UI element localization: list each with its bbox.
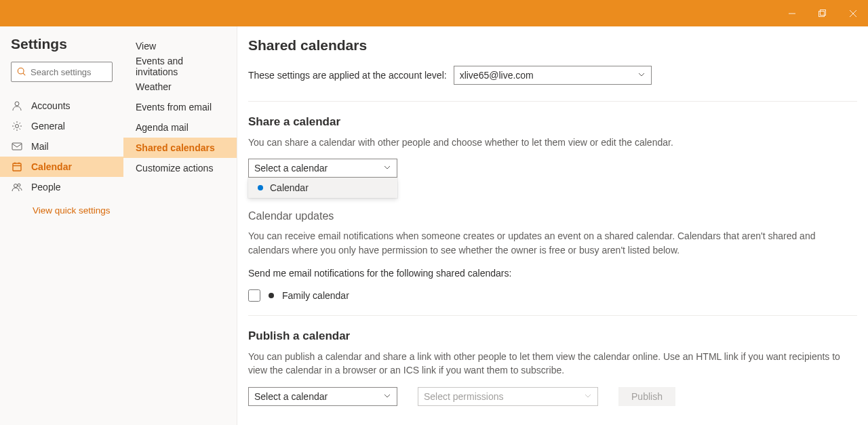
sidebar-item-mail[interactable]: Mail <box>0 136 123 157</box>
main-content: Shared calendars These settings are appl… <box>237 26 868 425</box>
maximize-button[interactable] <box>807 0 837 26</box>
sidebar-item-label: Mail <box>31 141 49 152</box>
sidebar-item-label: Calendar <box>31 161 72 172</box>
publish-button: Publish <box>618 387 675 406</box>
publish-permissions-select: Select permissions <box>418 387 598 406</box>
publish-calendar-desc: You can publish a calendar and share a l… <box>248 350 857 378</box>
search-settings-input-wrap[interactable] <box>11 62 113 82</box>
divider <box>248 315 857 316</box>
sidebar-item-label: People <box>31 182 61 193</box>
publish-calendar-select-value: Select a calendar <box>254 391 328 402</box>
calendar-color-dot <box>269 293 274 298</box>
settings-sidebar: Settings Accounts General Mail Calendar … <box>0 26 123 425</box>
svg-rect-1 <box>819 12 825 17</box>
svg-rect-9 <box>12 143 22 150</box>
svg-point-8 <box>16 125 19 128</box>
subnav-item-weather[interactable]: Weather <box>123 77 237 97</box>
subnav-item-events-from-email[interactable]: Events from email <box>123 97 237 117</box>
svg-rect-10 <box>13 163 21 171</box>
share-calendar-select-value: Select a calendar <box>254 163 328 174</box>
chevron-down-icon <box>383 163 391 174</box>
subnav-item-agenda-mail[interactable]: Agenda mail <box>123 117 237 138</box>
person-icon <box>11 100 23 111</box>
chevron-down-icon <box>584 391 592 402</box>
subnav-item-shared-calendars[interactable]: Shared calendars <box>123 138 237 158</box>
subnav-item-view[interactable]: View <box>123 36 237 56</box>
calendar-updates-desc: You can receive email notifications when… <box>248 229 857 257</box>
calendar-updates-title: Calendar updates <box>248 210 857 222</box>
close-button[interactable] <box>837 0 868 26</box>
chevron-down-icon <box>637 70 646 81</box>
publish-calendar-select[interactable]: Select a calendar <box>248 387 397 406</box>
share-calendar-option[interactable]: Calendar <box>248 178 397 198</box>
publish-permissions-value: Select permissions <box>424 391 504 402</box>
account-level-row: These settings are applied at the accoun… <box>248 66 857 102</box>
svg-line-6 <box>23 73 25 75</box>
calendar-icon <box>11 161 23 172</box>
sidebar-item-label: General <box>31 121 65 131</box>
subnav-item-customize-actions[interactable]: Customize actions <box>123 158 237 178</box>
svg-point-7 <box>15 102 19 106</box>
family-calendar-checkbox-row: Family calendar <box>248 289 857 302</box>
svg-point-15 <box>18 184 20 186</box>
calendar-color-dot <box>258 185 263 190</box>
share-calendar-option-label: Calendar <box>270 182 309 193</box>
account-level-label: These settings are applied at the accoun… <box>248 70 447 81</box>
family-calendar-label: Family calendar <box>282 290 349 301</box>
sidebar-item-general[interactable]: General <box>0 116 123 136</box>
calendar-settings-subnav: View Events and invitations Weather Even… <box>123 26 237 425</box>
sidebar-item-calendar[interactable]: Calendar <box>0 157 123 177</box>
chevron-down-icon <box>383 391 391 402</box>
settings-heading: Settings <box>0 36 123 62</box>
calendar-updates-prompt: Send me email notifications for the foll… <box>248 266 857 280</box>
share-calendar-select[interactable]: Select a calendar <box>248 159 397 178</box>
gear-icon <box>11 121 23 131</box>
view-quick-settings-link[interactable]: View quick settings <box>0 197 123 216</box>
svg-point-5 <box>18 68 24 74</box>
sidebar-item-accounts[interactable]: Accounts <box>0 96 123 116</box>
page-title: Shared calendars <box>248 37 857 54</box>
account-select-value: xlive65@live.com <box>460 70 534 81</box>
family-calendar-checkbox[interactable] <box>248 289 260 302</box>
minimize-button[interactable] <box>776 0 807 26</box>
title-bar <box>0 0 868 26</box>
svg-rect-2 <box>821 10 826 16</box>
share-calendar-dropdown: Calendar <box>248 178 397 198</box>
svg-point-14 <box>14 184 18 188</box>
account-select[interactable]: xlive65@live.com <box>454 66 652 85</box>
share-calendar-desc: You can share a calendar with other peop… <box>248 136 857 149</box>
subnav-item-events-invitations[interactable]: Events and invitations <box>123 56 237 77</box>
publish-calendar-title: Publish a calendar <box>248 329 857 343</box>
mail-icon <box>11 141 23 152</box>
search-icon <box>17 67 26 77</box>
sidebar-item-people[interactable]: People <box>0 177 123 197</box>
share-calendar-title: Share a calendar <box>248 115 857 129</box>
sidebar-item-label: Accounts <box>31 100 71 111</box>
people-icon <box>11 182 23 193</box>
